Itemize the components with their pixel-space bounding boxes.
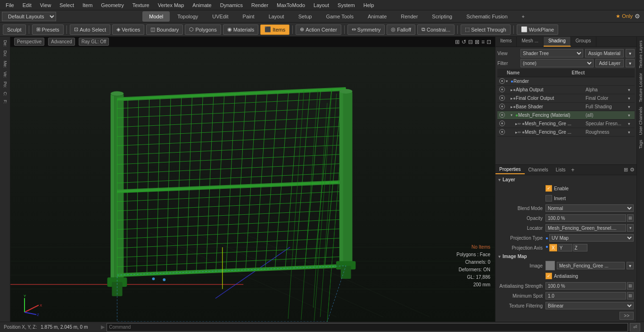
menu-layout[interactable]: Layout bbox=[310, 1, 333, 9]
expand-render[interactable]: ▾ bbox=[506, 79, 511, 83]
image-name-input[interactable] bbox=[557, 262, 625, 269]
tree-item-alpha[interactable]: ▸ ● Alpha Output Alpha ▾ bbox=[497, 86, 635, 94]
expand-mesh-fencing[interactable]: ▾ bbox=[511, 113, 515, 117]
viewport-icon-grid[interactable]: ⊞ bbox=[455, 39, 460, 45]
menu-view[interactable]: View bbox=[36, 1, 55, 9]
menu-file[interactable]: File bbox=[2, 1, 18, 9]
tree-item-render[interactable]: ▾ ● Render bbox=[497, 77, 635, 86]
menu-help[interactable]: Help bbox=[360, 1, 378, 9]
antialiasing-checkbox[interactable]: ✓ bbox=[545, 273, 552, 279]
presets-button[interactable]: ⊞ Presets bbox=[32, 24, 64, 35]
menu-render[interactable]: Render bbox=[248, 1, 272, 9]
prop-expand-icon[interactable]: ⊞ bbox=[624, 167, 628, 173]
tab-paint[interactable]: Paint bbox=[236, 11, 261, 22]
viewport[interactable]: Perspective Advanced Ray GL: Off ⊞ ↺ ⊟ ⊠… bbox=[10, 37, 495, 322]
scene-canvas[interactable]: No Items Polygons : Face Channels: 0 Def… bbox=[10, 47, 495, 322]
menu-edit[interactable]: Edit bbox=[19, 1, 35, 9]
axis-x-button[interactable]: X bbox=[549, 244, 557, 251]
prop-tab-lists[interactable]: Lists bbox=[552, 166, 570, 174]
sidebar-item-f[interactable]: F: bbox=[2, 98, 8, 105]
menu-animate[interactable]: Animate bbox=[189, 1, 215, 9]
filter-select[interactable]: (none) bbox=[520, 59, 594, 67]
tree-item-base-shader[interactable]: ▸ ● Base Shader Full Shading ▾ bbox=[497, 103, 635, 111]
menu-dynamics[interactable]: Dynamics bbox=[216, 1, 247, 9]
tree-item-final-color[interactable]: ▸ ● Final Color Output Final Color ▾ bbox=[497, 94, 635, 103]
user-channels-tab[interactable]: User Channels bbox=[637, 105, 644, 137]
tab-uvedit[interactable]: UVEdit bbox=[206, 11, 235, 22]
prop-tab-add[interactable]: + bbox=[571, 167, 574, 173]
visibility-icon-base-shader[interactable] bbox=[498, 104, 506, 110]
invert-checkbox[interactable] bbox=[545, 195, 552, 202]
workplane-button[interactable]: ⬜ WorkPlane bbox=[517, 24, 559, 35]
visibility-icon-mesh-fencing[interactable] bbox=[498, 112, 506, 119]
tab-groups[interactable]: Groups bbox=[571, 37, 596, 47]
antialiasing-strength-input[interactable] bbox=[545, 282, 626, 290]
layout-selector[interactable]: Default Layouts bbox=[2, 12, 56, 21]
prop-tab-channels[interactable]: Channels bbox=[525, 166, 552, 174]
viewport-icon-frame[interactable]: ⊟ bbox=[468, 39, 473, 45]
tree-item-texture-2[interactable]: ▸ ✏ ● Mesh_Fencing_Gre ... Roughness ▾ bbox=[497, 128, 635, 137]
opacity-input[interactable] bbox=[545, 214, 626, 222]
menu-item[interactable]: Item bbox=[79, 1, 96, 9]
sidebar-item-me[interactable]: Me: bbox=[2, 59, 8, 69]
tab-animate[interactable]: Animate bbox=[361, 11, 393, 22]
opacity-expand-btn[interactable]: ⊞ bbox=[627, 214, 634, 222]
tab-render[interactable]: Render bbox=[394, 11, 424, 22]
advanced-button[interactable]: Advanced bbox=[48, 38, 74, 46]
auto-select-button[interactable]: ⊡ Auto Select bbox=[70, 24, 110, 35]
prop-tab-properties[interactable]: Properties bbox=[495, 165, 525, 174]
tab-model[interactable]: Model bbox=[142, 11, 170, 22]
locator-expand-btn[interactable]: ▾ bbox=[627, 224, 634, 232]
tab-shading[interactable]: Shading bbox=[544, 37, 571, 47]
expand-all-button[interactable]: >> bbox=[619, 312, 634, 320]
menu-texture[interactable]: Texture bbox=[129, 1, 153, 9]
image-expand-btn[interactable]: ▾ bbox=[627, 262, 634, 269]
prop-settings-icon[interactable]: ⚙ bbox=[630, 167, 635, 173]
tab-scripting[interactable]: Scripting bbox=[425, 11, 459, 22]
menu-select[interactable]: Select bbox=[56, 1, 78, 9]
image-map-collapse-arrow[interactable]: ▾ bbox=[498, 254, 501, 259]
texture-layers-tab[interactable]: Texture Layers bbox=[637, 39, 644, 70]
falloff-button[interactable]: ◎ Falloff bbox=[387, 24, 415, 35]
add-layer-button[interactable]: Add Layer bbox=[595, 59, 624, 67]
constraints-button[interactable]: ⧉ Constrai... bbox=[417, 24, 454, 35]
texture-locator-tab[interactable]: Texture Locator bbox=[637, 71, 644, 104]
settings-icon[interactable]: ⚙ bbox=[635, 13, 640, 20]
tab-layout[interactable]: Layout bbox=[262, 11, 291, 22]
tab-add[interactable]: + bbox=[515, 11, 531, 22]
tags-tab[interactable]: Tags bbox=[637, 138, 644, 151]
axis-y-input[interactable] bbox=[558, 244, 572, 251]
viewport-icon-rotate[interactable]: ↺ bbox=[462, 39, 466, 45]
perspective-button[interactable]: Perspective bbox=[14, 38, 44, 46]
command-input[interactable] bbox=[107, 323, 628, 332]
assign-material-button[interactable]: Assign Material bbox=[585, 49, 624, 57]
enable-checkbox[interactable]: ✓ bbox=[545, 185, 552, 192]
menu-maxtomodo[interactable]: MaxToModo bbox=[273, 1, 309, 9]
items-button[interactable]: ⬛ Items bbox=[260, 24, 289, 35]
sidebar-item-ve[interactable]: Ve: bbox=[2, 70, 8, 79]
visibility-icon-texture-1[interactable] bbox=[498, 121, 506, 127]
tab-mesh[interactable]: Mesh ... bbox=[517, 37, 544, 47]
tab-topology[interactable]: Topology bbox=[171, 11, 205, 22]
axis-z-input[interactable] bbox=[573, 244, 587, 251]
action-center-button[interactable]: ⊕ Action Center bbox=[296, 24, 341, 35]
sidebar-item-po[interactable]: Po: bbox=[2, 80, 8, 89]
vertices-button[interactable]: ◈ Vertices bbox=[112, 24, 144, 35]
sidebar-item-de[interactable]: De: bbox=[2, 39, 8, 48]
command-submit-button[interactable]: ⏎ bbox=[630, 323, 640, 332]
tab-items[interactable]: Items bbox=[495, 37, 517, 47]
minimum-spot-input[interactable] bbox=[545, 292, 626, 300]
layer-collapse-arrow[interactable]: ▾ bbox=[498, 178, 501, 182]
tab-game-tools[interactable]: Game Tools bbox=[319, 11, 360, 22]
sculpt-button[interactable]: Sculpt bbox=[3, 24, 26, 35]
projection-type-select[interactable]: UV Map bbox=[549, 234, 634, 242]
visibility-icon-texture-2[interactable] bbox=[498, 129, 506, 136]
tree-item-texture-1[interactable]: ▸ ✏ ● Mesh_Fencing_Gre ... Specular Fres… bbox=[497, 120, 635, 128]
menu-system[interactable]: System bbox=[334, 1, 359, 9]
minimum-spot-expand-btn[interactable]: ⊞ bbox=[627, 292, 634, 300]
sidebar-item-du[interactable]: Du: bbox=[2, 49, 8, 58]
viewport-icon-camera[interactable]: ⊠ bbox=[475, 39, 479, 45]
ray-gl-button[interactable]: Ray GL: Off bbox=[79, 38, 109, 46]
blend-mode-select[interactable]: Normal bbox=[545, 204, 634, 212]
viewport-icon-settings[interactable]: ≡ bbox=[481, 39, 485, 45]
